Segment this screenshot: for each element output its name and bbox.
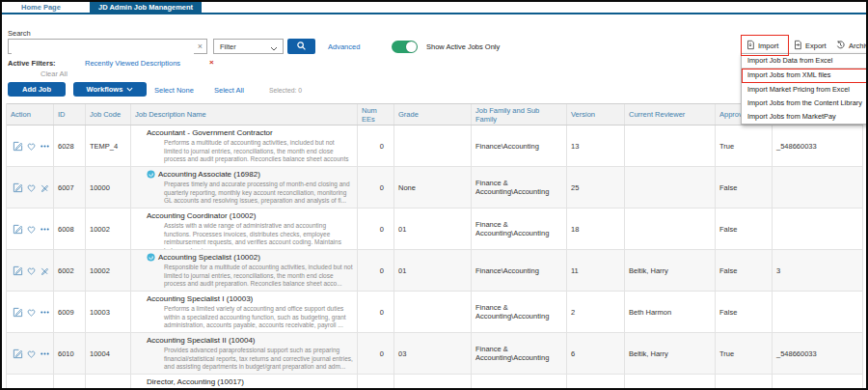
- favorite-icon[interactable]: [26, 265, 37, 276]
- current-reviewer: [625, 167, 716, 208]
- edit-icon[interactable]: [13, 307, 23, 318]
- grade: 01: [394, 209, 472, 249]
- more-icon[interactable]: [40, 141, 50, 152]
- search-input[interactable]: [12, 41, 194, 54]
- active-filters-label: Active Filters:: [8, 59, 56, 68]
- more-icon[interactable]: [40, 224, 50, 235]
- job-name[interactable]: Accounting Coordinator (10002): [131, 211, 357, 220]
- archive-button[interactable]: Archive: [835, 39, 868, 52]
- edit-icon[interactable]: [13, 141, 23, 152]
- job-name-cell: Accountant - Government ContractorPerfor…: [131, 125, 358, 166]
- job-id: 6002: [54, 250, 86, 291]
- filter-chip-recently-viewed[interactable]: Recently Viewed Descriptions: [85, 59, 180, 68]
- job-name-text[interactable]: Accounting Coordinator (10002): [147, 211, 256, 220]
- show-active-jobs-toggle[interactable]: [392, 41, 418, 53]
- job-code: 10000: [86, 167, 131, 208]
- job-code: 10002: [86, 209, 131, 249]
- job-name-cell: Accounting Associate (16982)Prepares tim…: [131, 167, 358, 208]
- import-button[interactable]: Import: [746, 39, 778, 52]
- edit-off-icon[interactable]: [40, 265, 50, 276]
- table-row: 600810002Accounting Coordinator (10002)A…: [7, 209, 863, 250]
- remove-filter-icon[interactable]: ×: [209, 58, 214, 67]
- column-header[interactable]: Job Family and Sub Family: [472, 104, 567, 125]
- column-header[interactable]: Action: [7, 104, 54, 125]
- table-row: 600910003Accounting Specialist I (10003)…: [7, 292, 863, 333]
- column-header[interactable]: ID: [54, 104, 86, 125]
- column-header[interactable]: Job Code: [86, 104, 131, 125]
- select-all-link[interactable]: Select All: [214, 86, 244, 95]
- favorite-icon[interactable]: [26, 224, 37, 235]
- num-ees: 0: [358, 375, 394, 390]
- column-header[interactable]: Version: [567, 104, 625, 125]
- extra-value: _548660033: [773, 125, 863, 166]
- job-id: 6028: [54, 125, 86, 166]
- import-menu-item[interactable]: Import Jobs from the Content Library: [742, 97, 867, 110]
- job-family: Finance & Accounting\Accounting: [472, 375, 567, 390]
- workflows-button[interactable]: Workflows: [73, 82, 147, 97]
- edit-off-icon[interactable]: [40, 182, 50, 193]
- job-name-text[interactable]: Accounting Associate (16982): [158, 170, 260, 179]
- clear-all-link[interactable]: Clear All: [41, 70, 68, 78]
- edit-icon[interactable]: [13, 224, 23, 235]
- favorite-icon[interactable]: [26, 182, 37, 193]
- job-name-text[interactable]: Accounting Specialist II (10004): [147, 336, 256, 345]
- filter-select[interactable]: Filter: [213, 39, 284, 54]
- action-cell: [7, 375, 54, 390]
- job-name-text[interactable]: Accounting Specialist I (10003): [147, 294, 253, 303]
- job-name[interactable]: Director, Accounting (10017): [131, 377, 357, 386]
- select-none-link[interactable]: Select None: [154, 86, 194, 95]
- job-description: Provides advanced paraprofessional suppo…: [164, 347, 353, 372]
- edit-icon[interactable]: [13, 348, 23, 359]
- job-name[interactable]: Accounting Associate (16982): [131, 170, 357, 179]
- favorite-icon[interactable]: [26, 348, 37, 359]
- job-table: ActionIDJob CodeJob Description NameNum …: [6, 103, 863, 390]
- job-name[interactable]: Accounting Specialist (10002): [131, 253, 357, 262]
- selected-count: Selected: 0: [269, 87, 302, 94]
- import-menu-item[interactable]: Import Jobs from XML files: [742, 69, 867, 83]
- version: 2: [567, 292, 625, 332]
- search-box: ×: [8, 39, 207, 54]
- archive-label: Archive: [849, 42, 868, 50]
- clear-search-icon[interactable]: ×: [198, 41, 203, 53]
- job-name[interactable]: Accountant - Government Contractor: [131, 128, 357, 137]
- table-header: ActionIDJob CodeJob Description NameNum …: [7, 103, 863, 125]
- job-name[interactable]: Accounting Specialist I (10003): [131, 294, 357, 303]
- column-header[interactable]: Job Description Name: [131, 104, 358, 125]
- action-cell: [7, 167, 54, 208]
- job-code: 10003: [86, 292, 131, 332]
- job-name-cell: Accounting Specialist II (10004)Provides…: [131, 333, 358, 374]
- import-menu-item[interactable]: Import Jobs from MarketPay: [742, 110, 867, 124]
- edit-icon[interactable]: [13, 265, 23, 276]
- job-id: 6010: [54, 333, 86, 374]
- job-id: 6009: [54, 292, 86, 332]
- column-header[interactable]: Grade: [394, 104, 472, 125]
- current-reviewer: Beltik, Harry: [625, 250, 716, 291]
- more-icon[interactable]: [40, 348, 50, 359]
- favorite-icon[interactable]: [26, 307, 37, 318]
- job-name-text[interactable]: Accounting Specialist (10002): [158, 253, 260, 262]
- archive-history-icon: [835, 40, 846, 52]
- job-name-text[interactable]: Director, Accounting (10017): [147, 377, 244, 386]
- more-icon[interactable]: [40, 307, 50, 318]
- column-header[interactable]: Current Reviewer: [625, 104, 716, 125]
- add-job-button[interactable]: Add Job: [8, 82, 66, 97]
- import-menu-item[interactable]: Import Job Data from Excel: [742, 54, 867, 69]
- job-name-text[interactable]: Accountant - Government Contractor: [147, 128, 273, 137]
- filter-selected-value: Filter: [220, 42, 236, 51]
- import-menu-item[interactable]: Import Market Pricing from Excel: [742, 83, 867, 97]
- job-code: 10004: [86, 333, 131, 374]
- extra-value: [773, 209, 863, 249]
- edit-icon[interactable]: [13, 182, 23, 193]
- export-button[interactable]: Export: [793, 39, 827, 52]
- column-header[interactable]: Num EEs: [358, 104, 394, 125]
- job-name[interactable]: Accounting Specialist II (10004): [131, 336, 357, 345]
- job-id: 6008: [54, 209, 86, 249]
- status-icon: [147, 170, 155, 179]
- tab-jd-admin-job-management[interactable]: JD Admin Job Management: [90, 2, 202, 13]
- advanced-link[interactable]: Advanced: [328, 42, 360, 51]
- search-button[interactable]: [287, 39, 315, 54]
- tab-home-page[interactable]: Home Page: [21, 3, 61, 12]
- favorite-icon[interactable]: [26, 141, 37, 152]
- chevron-down-icon: [126, 85, 133, 94]
- table-row: 600210002Accounting Specialist (10002)Re…: [7, 250, 863, 292]
